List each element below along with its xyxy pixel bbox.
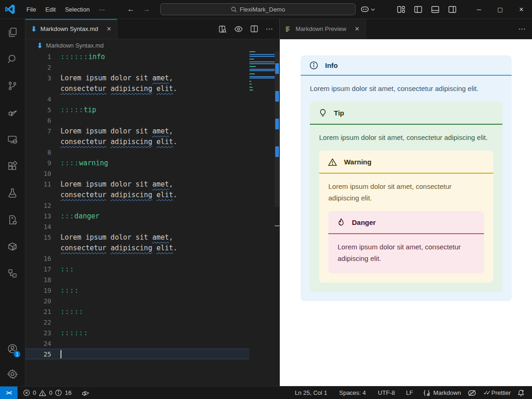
tab-markdown-preview[interactable]: Markdown Preview ✕ <box>280 19 366 39</box>
code-row[interactable]: 8 <box>25 147 249 157</box>
code-row[interactable]: 15Lorem ipsum dolor sit amet, <box>25 232 249 242</box>
code-row[interactable]: consectetur adipiscing elit. <box>25 83 249 94</box>
extensions-icon[interactable] <box>0 153 25 180</box>
search-sidebar-icon[interactable] <box>0 46 25 73</box>
code-row[interactable]: 19:::: <box>25 285 249 296</box>
code-row[interactable]: consectetur adipiscing elit. <box>25 136 249 147</box>
toggle-panel-icon[interactable] <box>431 6 439 13</box>
code-row[interactable]: 3Lorem ipsum dolor sit amet, <box>25 73 249 83</box>
code-line-text: Lorem ipsum dolor sit amet, <box>51 127 173 135</box>
admonition-text: Lorem ipsum dolor sit amet, consectetur … <box>319 132 493 143</box>
indentation[interactable]: Spaces: 4 <box>336 387 369 399</box>
minimap[interactable] <box>249 51 275 359</box>
code-row[interactable]: 10 <box>25 168 249 179</box>
tab-markdown-syntax[interactable]: ⬇ Markdown Syntax.md ✕ <box>25 19 117 39</box>
code-row[interactable]: 9::::warning <box>25 157 249 168</box>
toggle-primary-sidebar-icon[interactable] <box>414 6 422 13</box>
preview-eye-icon[interactable] <box>234 26 243 32</box>
title-bar: File Edit Selection ··· ← → FlexiMark_De… <box>0 0 532 19</box>
menu-edit[interactable]: Edit <box>41 4 60 15</box>
nav-forward-icon[interactable]: → <box>143 5 150 13</box>
code-row[interactable]: 13:::danger <box>25 211 249 221</box>
overview-ruler-scrollbar[interactable] <box>275 51 279 386</box>
cursor-position[interactable]: Ln 25, Col 1 <box>291 387 330 399</box>
debug-status[interactable] <box>75 387 93 399</box>
command-center-search[interactable]: FlexiMark_Demo <box>160 3 356 15</box>
code-row[interactable]: 25 <box>25 349 249 359</box>
remote-indicator[interactable]: >< <box>0 387 18 399</box>
tab-label: Markdown Syntax.md <box>41 25 98 32</box>
toggle-secondary-sidebar-icon[interactable] <box>448 6 456 13</box>
code-row[interactable]: 23:::::: <box>25 327 249 338</box>
run-and-debug-icon[interactable] <box>0 99 25 126</box>
admonition-info: Info Lorem ipsum dolor sit amet, consect… <box>301 55 512 301</box>
remote-explorer-icon[interactable] <box>0 126 25 153</box>
copilot-menu[interactable] <box>356 6 380 13</box>
code-row[interactable]: 16 <box>25 253 249 264</box>
split-editor-icon[interactable] <box>250 25 258 33</box>
code-row[interactable]: 14 <box>25 221 249 232</box>
errors-count: 0 <box>33 389 36 396</box>
menu-selection[interactable]: Selection <box>60 4 94 15</box>
notifications-bell[interactable] <box>514 387 529 399</box>
testing-icon[interactable] <box>0 180 25 206</box>
code-row[interactable]: 20 <box>25 296 249 306</box>
breadcrumb[interactable]: ⬇ Markdown Syntax.md <box>25 39 279 51</box>
code-row[interactable]: 24 <box>25 338 249 349</box>
menu-more[interactable]: ··· <box>94 4 109 15</box>
preview-tab-bar: Markdown Preview ✕ ⋯ <box>280 19 532 39</box>
copilot-status[interactable] <box>464 387 480 399</box>
code-runner-icon[interactable] <box>0 206 25 233</box>
language-mode[interactable]: Markdown <box>420 387 464 399</box>
admonition-title: Warning <box>344 156 371 168</box>
window-minimize-button[interactable]: ─ <box>468 0 490 19</box>
accounts-icon[interactable]: 1 <box>0 335 25 362</box>
hierarchy-icon[interactable] <box>0 260 25 287</box>
code-row[interactable]: consectetur adipiscing elit. <box>25 189 249 200</box>
code-row[interactable]: 17::: <box>25 264 249 274</box>
source-control-icon[interactable] <box>0 73 25 99</box>
code-row[interactable]: 12 <box>25 200 249 211</box>
problems-indicator[interactable]: 0 0 16 <box>18 387 75 399</box>
code-row[interactable]: 21::::: <box>25 306 249 317</box>
explorer-icon[interactable] <box>0 19 25 46</box>
code-row[interactable]: 2 <box>25 62 249 73</box>
minimap-line <box>249 56 275 57</box>
line-number: 16 <box>25 255 51 262</box>
formatter-status[interactable]: ✓✓ Prettier <box>480 387 514 399</box>
code-row[interactable]: 22 <box>25 317 249 327</box>
preview-more-actions-icon[interactable]: ⋯ <box>518 24 526 33</box>
code-row[interactable]: 4 <box>25 94 249 104</box>
code-row[interactable]: 7Lorem ipsum dolor sit amet, <box>25 126 249 136</box>
code-row[interactable]: 18 <box>25 274 249 285</box>
minimap-line <box>249 57 275 58</box>
code-row[interactable]: 5:::::tip <box>25 104 249 115</box>
eol-selector[interactable]: LF <box>403 387 416 399</box>
minimap-line <box>249 81 251 82</box>
code-row[interactable]: 11Lorem ipsum dolor sit amet, <box>25 179 249 189</box>
code-editor[interactable]: 1::::::info23Lorem ipsum dolor sit amet,… <box>25 51 249 359</box>
window-close-button[interactable]: ✕ <box>511 0 532 19</box>
code-row[interactable]: 6 <box>25 115 249 126</box>
double-check-icon: ✓✓ <box>483 389 490 396</box>
bell-icon <box>517 389 525 397</box>
window-maximize-button[interactable]: ▢ <box>490 0 511 19</box>
tab-close-icon[interactable]: ✕ <box>107 25 112 32</box>
diagnostic-mark <box>275 119 279 129</box>
code-row[interactable]: consectetur adipiscing elit. <box>25 242 249 253</box>
admonition-title: Info <box>325 61 338 69</box>
customize-layout-icon[interactable] <box>397 6 405 13</box>
editor-more-actions-icon[interactable]: ⋯ <box>266 24 273 33</box>
minimap-line <box>249 84 252 85</box>
activity-bar: 1 <box>0 19 25 386</box>
line-number: 20 <box>25 297 51 305</box>
encoding[interactable]: UTF-8 <box>375 387 398 399</box>
code-row[interactable]: 1::::::info <box>25 51 249 62</box>
copilot-icon <box>360 6 369 13</box>
open-preview-to-side-icon[interactable] <box>218 25 227 33</box>
tab-close-icon[interactable]: ✕ <box>355 25 360 32</box>
containers-icon[interactable] <box>0 233 25 260</box>
settings-gear-icon[interactable] <box>0 362 25 386</box>
nav-back-icon[interactable]: ← <box>127 5 134 13</box>
menu-file[interactable]: File <box>22 4 41 15</box>
